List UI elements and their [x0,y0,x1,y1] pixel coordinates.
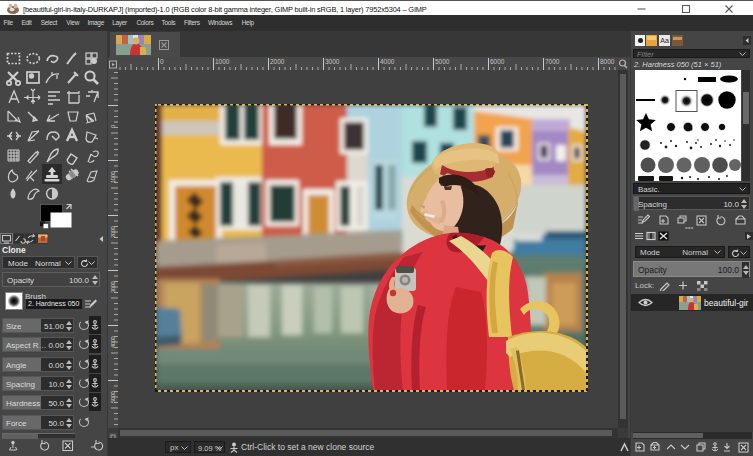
svg-text:0: 0 [160,58,164,65]
svg-text:5000: 5000 [110,390,116,403]
svg-text:3000: 3000 [325,58,340,65]
svg-text:3000: 3000 [110,280,116,293]
svg-text:2000: 2000 [110,225,116,238]
svg-text:6000: 6000 [490,58,505,65]
svg-text:5000: 5000 [435,58,450,65]
svg-text:1000: 1000 [110,170,116,183]
svg-text:4000: 4000 [110,335,116,348]
svg-text:0: 0 [110,124,116,128]
svg-text:8000: 8000 [600,58,615,65]
svg-text:1000: 1000 [215,58,230,65]
svg-text:7000: 7000 [545,58,560,65]
svg-text:4000: 4000 [380,58,395,65]
svg-text:2000: 2000 [270,58,285,65]
